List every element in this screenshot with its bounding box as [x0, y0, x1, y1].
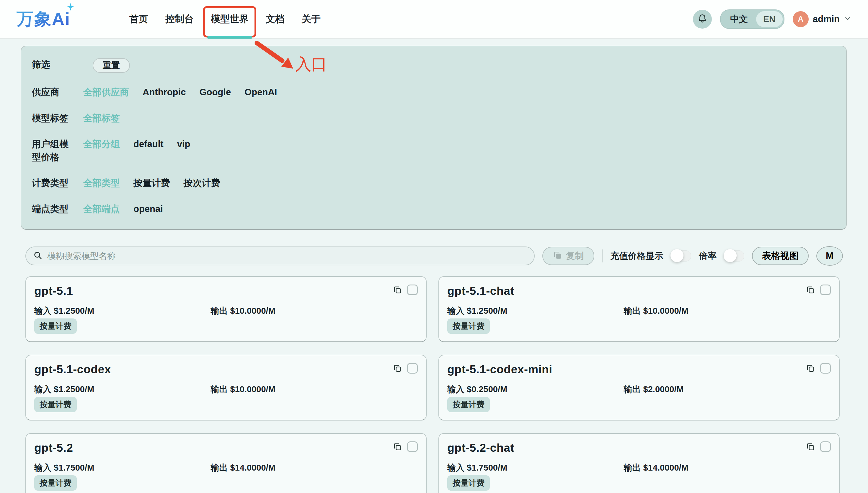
copy-model-icon[interactable] — [806, 442, 815, 451]
billing-tag: 按量计费 — [447, 475, 490, 491]
toolbar-row: 复制 充值价格显示 倍率 表格视图 M — [25, 246, 843, 266]
filter-row-billing-type: 计费类型 全部类型 按量计费 按次计费 — [32, 177, 835, 190]
chevron-down-icon — [844, 15, 851, 24]
nav-item-docs[interactable]: 文档 — [266, 0, 285, 39]
filter-row-endpoint-type: 端点类型 全部端点 openai — [32, 202, 835, 216]
filter-option-default[interactable]: default — [134, 138, 164, 151]
lang-option-en[interactable]: EN — [756, 11, 783, 27]
filter-row-label: 模型标签 — [32, 112, 76, 125]
model-cards-grid: gpt-5.1 输入 $1.2500/M 输出 $10.0000/M 按量计费 … — [25, 276, 840, 493]
filter-option-vip[interactable]: vip — [177, 138, 190, 151]
model-card: gpt-5.1-codex-mini 输入 $0.2500/M 输出 $2.00… — [439, 355, 840, 421]
filter-option-pay-per-use[interactable]: 按量计费 — [134, 177, 170, 190]
nav-item-console[interactable]: 控制台 — [165, 0, 194, 39]
output-price: 输出 $10.0000/M — [211, 305, 276, 317]
copy-icon — [553, 251, 562, 261]
input-price: 输入 $1.2500/M — [447, 305, 624, 317]
avatar: A — [793, 11, 809, 27]
filter-row-user-group-price: 用户组模型价格 全部分组 default vip — [32, 138, 835, 164]
sparkle-icon — [67, 3, 75, 12]
filter-option-pay-per-call[interactable]: 按次计费 — [184, 177, 220, 190]
filter-option-all-endpoints[interactable]: 全部端点 — [83, 202, 120, 216]
filter-option-google[interactable]: Google — [199, 86, 231, 99]
copy-model-icon[interactable] — [393, 364, 402, 373]
model-name: gpt-5.2-chat — [447, 442, 514, 454]
model-name: gpt-5.1-codex-mini — [447, 363, 552, 376]
billing-tag: 按量计费 — [447, 397, 490, 412]
topbar-right-controls: 中文 EN A admin — [693, 9, 851, 29]
main-nav: 首页 控制台 模型世界 文档 关于 — [129, 0, 321, 39]
copy-model-icon[interactable] — [393, 285, 402, 294]
filter-options: 全部分组 default vip — [83, 138, 190, 151]
toggle-knob — [724, 249, 736, 262]
notifications-button[interactable] — [693, 10, 712, 28]
input-price: 输入 $1.2500/M — [34, 384, 211, 395]
select-checkbox[interactable] — [407, 363, 418, 373]
copy-button[interactable]: 复制 — [542, 247, 594, 265]
filter-row-model-tags: 模型标签 全部标签 — [32, 112, 835, 125]
filter-option-all-tags[interactable]: 全部标签 — [83, 112, 120, 125]
filter-option-all-billing-types[interactable]: 全部类型 — [83, 177, 120, 190]
input-price: 输入 $1.2500/M — [34, 305, 211, 317]
top-navigation-bar: 万象Ai 首页 控制台 模型世界 文档 关于 — [0, 0, 868, 39]
filter-options: 全部类型 按量计费 按次计费 — [83, 177, 220, 190]
input-price: 输入 $1.7500/M — [34, 462, 211, 474]
brand-logo[interactable]: 万象Ai — [17, 8, 70, 31]
model-card: gpt-5.2 输入 $1.7500/M 输出 $14.0000/M 按量计费 — [25, 433, 427, 493]
toolbar-divider — [602, 250, 603, 262]
billing-tag: 按量计费 — [34, 397, 77, 412]
search-box[interactable] — [25, 246, 535, 265]
output-price: 输出 $10.0000/M — [624, 305, 688, 317]
model-name: gpt-5.1 — [34, 284, 73, 298]
select-checkbox[interactable] — [820, 363, 831, 373]
filter-option-endpoint-openai[interactable]: openai — [134, 202, 163, 216]
filter-title: 筛选 — [32, 58, 76, 71]
toggle-knob — [670, 249, 684, 262]
model-name: gpt-5.1-codex — [34, 363, 111, 376]
filter-option-all-providers[interactable]: 全部供应商 — [83, 86, 129, 99]
bell-icon — [698, 14, 707, 25]
reset-button[interactable]: 重置 — [93, 58, 130, 73]
table-view-button[interactable]: 表格视图 — [752, 247, 809, 265]
output-price: 输出 $10.0000/M — [211, 384, 276, 395]
search-icon — [33, 251, 42, 261]
model-world-page: 万象Ai 首页 控制台 模型世界 文档 关于 — [0, 0, 868, 493]
nav-item-model-world[interactable]: 模型世界 — [211, 0, 248, 39]
copy-model-icon[interactable] — [393, 442, 402, 451]
filter-panel: 筛选 重置 供应商 全部供应商 Anthropic Google OpenAI … — [21, 46, 847, 230]
filter-row-label: 用户组模型价格 — [32, 138, 76, 164]
entry-annotation-label: 入口 — [295, 53, 327, 75]
multiplier-toggle[interactable] — [724, 250, 744, 261]
filter-option-all-groups[interactable]: 全部分组 — [83, 138, 120, 151]
billing-tag: 按量计费 — [34, 475, 77, 491]
recharge-price-toggle[interactable] — [671, 250, 691, 261]
username-label: admin — [813, 14, 840, 24]
billing-tag: 按量计费 — [34, 318, 77, 334]
model-name: gpt-5.1-chat — [447, 284, 514, 298]
nav-item-model-world-label: 模型世界 — [211, 13, 248, 26]
select-checkbox[interactable] — [820, 284, 831, 295]
filter-options: 全部供应商 Anthropic Google OpenAI — [83, 86, 277, 99]
multiplier-label: 倍率 — [699, 250, 716, 262]
filter-options: 全部标签 — [83, 112, 120, 125]
m-button[interactable]: M — [816, 246, 843, 266]
copy-model-icon[interactable] — [806, 364, 815, 373]
copy-model-icon[interactable] — [806, 285, 815, 294]
output-price: 输出 $14.0000/M — [624, 462, 688, 474]
filter-row-label: 端点类型 — [32, 202, 76, 216]
filter-option-openai[interactable]: OpenAI — [244, 86, 277, 99]
language-toggle[interactable]: 中文 EN — [720, 9, 784, 29]
select-checkbox[interactable] — [407, 442, 418, 452]
nav-item-home[interactable]: 首页 — [129, 0, 148, 39]
filter-option-anthropic[interactable]: Anthropic — [143, 86, 186, 99]
search-input[interactable] — [47, 251, 527, 261]
user-menu[interactable]: A admin — [793, 11, 851, 27]
select-checkbox[interactable] — [407, 284, 418, 295]
select-checkbox[interactable] — [820, 442, 831, 452]
nav-item-about[interactable]: 关于 — [302, 0, 321, 39]
input-price: 输入 $0.2500/M — [447, 384, 624, 395]
lang-option-zh[interactable]: 中文 — [721, 13, 756, 25]
filter-row-label: 计费类型 — [32, 177, 76, 190]
brand-logo-text: 万象Ai — [17, 8, 70, 31]
model-card: gpt-5.1 输入 $1.2500/M 输出 $10.0000/M 按量计费 — [25, 276, 427, 342]
